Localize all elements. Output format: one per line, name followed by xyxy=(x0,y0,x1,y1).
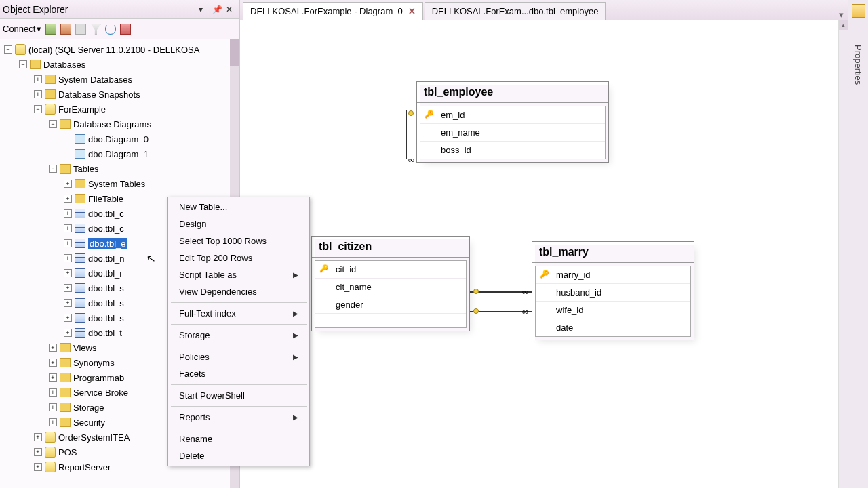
menu-design[interactable]: Design xyxy=(168,216,309,232)
tab-overflow-icon[interactable]: ▾ xyxy=(835,9,848,20)
menu-delete[interactable]: Delete xyxy=(168,447,309,464)
table-node[interactable]: dbo.tbl_s xyxy=(88,283,124,293)
filetables-node[interactable]: FileTable xyxy=(88,194,123,204)
collapse-icon[interactable]: − xyxy=(49,120,57,128)
expand-icon[interactable]: + xyxy=(34,448,42,456)
window-position-icon[interactable]: ▾ xyxy=(199,5,210,14)
programmability-node[interactable]: Programmab xyxy=(73,373,124,383)
disconnect-icon[interactable] xyxy=(45,24,56,35)
menu-edit-top-200[interactable]: Edit Top 200 Rows xyxy=(168,249,309,266)
scroll-up-icon[interactable]: ▴ xyxy=(839,20,848,30)
expand-icon[interactable]: + xyxy=(64,299,72,307)
tab-diagram0[interactable]: DELLKOSAL.ForExample - Diagram_0✕ xyxy=(243,2,423,20)
storage-node[interactable]: Storage xyxy=(73,403,104,413)
filter-icon[interactable] xyxy=(90,24,101,35)
properties-sidebar[interactable]: Properties xyxy=(848,0,868,488)
table-node[interactable]: dbo.tbl_c xyxy=(88,209,124,219)
expand-icon[interactable]: + xyxy=(34,463,42,471)
table-node-selected[interactable]: dbo.tbl_e xyxy=(88,238,127,249)
reportserver-node[interactable]: ReportServer xyxy=(58,462,111,472)
table-node[interactable]: dbo.tbl_t xyxy=(88,328,122,338)
synonyms-node[interactable]: Synonyms xyxy=(73,358,115,368)
server-node[interactable]: (local) (SQL Server 11.0.2100 - DELLKOSA xyxy=(28,45,199,55)
menu-policies[interactable]: Policies▶ xyxy=(168,348,309,365)
diagram1-node[interactable]: dbo.Diagram_1 xyxy=(88,149,149,159)
menu-view-dependencies[interactable]: View Dependencies xyxy=(168,283,309,300)
menu-new-table[interactable]: New Table... xyxy=(168,199,309,216)
diagram-canvas[interactable]: ▴ tbl_employee em_id em_name boss_id ∞ t… xyxy=(240,20,848,488)
refresh-icon[interactable] xyxy=(105,24,116,35)
connect-button[interactable]: Connect ▾ xyxy=(3,24,41,34)
snapshots-node[interactable]: Database Snapshots xyxy=(58,89,140,100)
collapse-icon[interactable]: − xyxy=(34,105,42,113)
expand-icon[interactable]: + xyxy=(64,180,72,188)
column-husband-id[interactable]: husband_id xyxy=(536,284,690,302)
expand-icon[interactable]: + xyxy=(64,284,72,292)
expand-icon[interactable]: + xyxy=(34,433,42,441)
tables-node[interactable]: Tables xyxy=(73,164,99,174)
diagram-table-citizen[interactable]: tbl_citizen cit_id cit_name gender xyxy=(311,236,470,331)
column-date[interactable]: date xyxy=(536,319,690,336)
security-node[interactable]: Security xyxy=(73,418,105,428)
expand-icon[interactable]: + xyxy=(34,90,42,98)
table-node[interactable]: dbo.tbl_c xyxy=(88,224,124,234)
column-cit-name[interactable]: cit_name xyxy=(315,279,466,296)
expand-icon[interactable]: + xyxy=(64,329,72,337)
tab-employee[interactable]: DELLKOSAL.ForExam...dbo.tbl_employee xyxy=(425,2,606,20)
databases-node[interactable]: Databases xyxy=(43,60,85,70)
database-diagrams-node[interactable]: Database Diagrams xyxy=(73,119,151,129)
expand-icon[interactable]: + xyxy=(49,388,57,396)
table-node[interactable]: dbo.tbl_r xyxy=(88,268,123,279)
menu-storage[interactable]: Storage▶ xyxy=(168,327,309,344)
forexample-node[interactable]: ForExample xyxy=(58,104,106,115)
properties-icon[interactable] xyxy=(852,4,865,18)
delete-icon[interactable] xyxy=(120,24,131,35)
collapse-icon[interactable]: − xyxy=(19,60,27,68)
close-icon[interactable]: ✕ xyxy=(226,5,237,14)
expand-icon[interactable]: + xyxy=(49,344,57,352)
expand-icon[interactable]: + xyxy=(64,239,72,247)
expand-icon[interactable]: + xyxy=(64,209,72,218)
expand-icon[interactable]: + xyxy=(64,269,72,277)
pin-icon[interactable]: 📌 xyxy=(212,5,223,14)
column-gender[interactable]: gender xyxy=(315,296,466,314)
diagram-table-marry[interactable]: tbl_marry marry_id husband_id wife_id da… xyxy=(532,241,694,340)
pos-node[interactable]: POS xyxy=(58,447,77,458)
diagram0-node[interactable]: dbo.Diagram_0 xyxy=(88,134,149,144)
menu-select-top-1000[interactable]: Select Top 1000 Rows xyxy=(168,232,309,249)
column-boss-id[interactable]: boss_id xyxy=(420,142,605,159)
views-node[interactable]: Views xyxy=(73,343,96,353)
collapse-icon[interactable]: − xyxy=(49,165,57,173)
menu-rename[interactable]: Rename xyxy=(168,430,309,447)
system-databases-node[interactable]: System Databases xyxy=(58,75,132,85)
expand-icon[interactable]: + xyxy=(34,75,42,83)
column-cit-id[interactable]: cit_id xyxy=(315,261,466,279)
menu-reports[interactable]: Reports▶ xyxy=(168,409,309,426)
table-node[interactable]: dbo.tbl_n xyxy=(88,253,125,264)
system-tables-node[interactable]: System Tables xyxy=(88,179,145,189)
servicebroker-node[interactable]: Service Broke xyxy=(73,388,128,398)
menu-facets[interactable]: Facets xyxy=(168,365,309,382)
expand-icon[interactable]: + xyxy=(49,418,57,426)
stop-icon[interactable] xyxy=(60,24,71,35)
column-em-name[interactable]: em_name xyxy=(420,124,605,142)
table-node[interactable]: dbo.tbl_s xyxy=(88,298,124,308)
expand-icon[interactable]: + xyxy=(64,195,72,203)
column-em-id[interactable]: em_id xyxy=(420,106,605,124)
canvas-scrollbar[interactable]: ▴ xyxy=(838,20,848,488)
expand-icon[interactable]: + xyxy=(64,254,72,262)
expand-icon[interactable]: + xyxy=(49,403,57,411)
pause-icon[interactable] xyxy=(75,24,86,35)
expand-icon[interactable]: + xyxy=(49,373,57,382)
menu-script-table-as[interactable]: Script Table as▶ xyxy=(168,266,309,283)
column-marry-id[interactable]: marry_id xyxy=(536,266,690,284)
menu-start-powershell[interactable]: Start PowerShell xyxy=(168,387,309,404)
collapse-icon[interactable]: − xyxy=(4,45,12,54)
expand-icon[interactable]: + xyxy=(64,314,72,322)
menu-fulltext-index[interactable]: Full-Text index▶ xyxy=(168,305,309,322)
table-node[interactable]: dbo.tbl_s xyxy=(88,313,124,323)
diagram-table-employee[interactable]: tbl_employee em_id em_name boss_id xyxy=(416,81,609,163)
expand-icon[interactable]: + xyxy=(64,224,72,232)
ordersystem-node[interactable]: OrderSystemITEA xyxy=(58,432,130,443)
column-wife-id[interactable]: wife_id xyxy=(536,302,690,319)
